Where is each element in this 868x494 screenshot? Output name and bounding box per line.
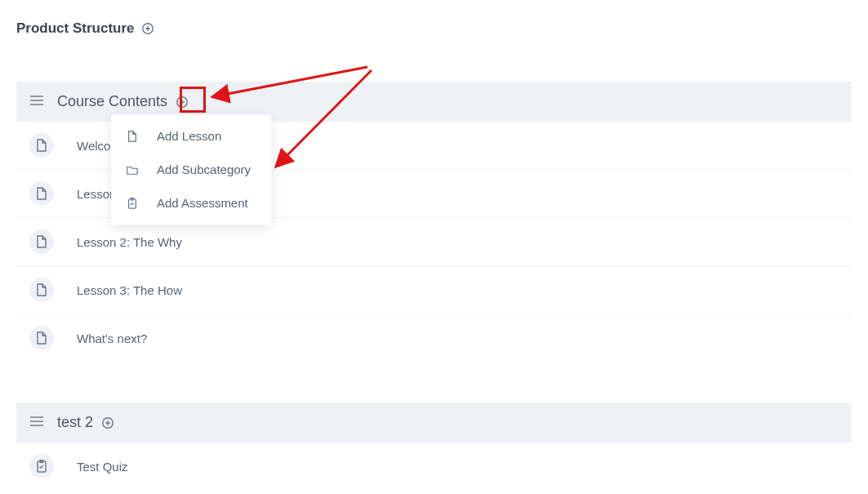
drag-handle-icon[interactable] xyxy=(29,95,44,109)
section-add-button[interactable] xyxy=(101,416,114,429)
page-icon xyxy=(29,133,54,158)
add-section-icon[interactable] xyxy=(141,22,154,35)
menu-item-label: Add Lesson xyxy=(157,129,221,143)
section-header[interactable]: test 2 xyxy=(16,403,852,443)
list-item[interactable]: Lesson 3: The How xyxy=(16,266,852,314)
page-icon xyxy=(29,278,54,302)
list-item[interactable]: What's next? xyxy=(16,314,852,362)
add-menu-popover: Add Lesson Add Subcategory Add Assessmen… xyxy=(111,114,271,225)
menu-item-label: Add Subcategory xyxy=(157,162,251,176)
page-icon xyxy=(29,229,54,254)
items-list: Test Quiz xyxy=(16,443,852,490)
section-test-2: test 2 Test Quiz xyxy=(16,403,852,490)
menu-item-label: Add Assessment xyxy=(157,196,248,210)
item-label: Lesson 2: The Why xyxy=(77,235,182,249)
section-title: test 2 xyxy=(57,414,93,431)
folder-icon xyxy=(126,164,139,176)
section-add-button[interactable] xyxy=(176,96,189,109)
add-subcategory-menu-item[interactable]: Add Subcategory xyxy=(111,153,271,186)
list-item[interactable]: Test Quiz xyxy=(16,443,852,490)
drag-handle-icon[interactable] xyxy=(29,416,44,430)
section-course-contents: Course Contents Welcome Lesson 1 Lesson … xyxy=(16,82,852,362)
item-label: Test Quiz xyxy=(77,460,128,474)
page-icon xyxy=(29,181,54,206)
add-lesson-menu-item[interactable]: Add Lesson xyxy=(111,119,271,153)
quiz-icon xyxy=(29,454,54,478)
add-assessment-menu-item[interactable]: Add Assessment xyxy=(111,186,271,220)
page-icon xyxy=(29,326,54,350)
assessment-icon xyxy=(126,198,139,209)
page-title-row: Product Structure xyxy=(16,20,852,37)
page-title: Product Structure xyxy=(16,20,135,37)
item-label: What's next? xyxy=(77,332,147,345)
list-item[interactable]: Lesson 2: The Why xyxy=(16,218,852,266)
page-icon xyxy=(126,131,139,142)
section-title: Course Contents xyxy=(57,93,167,110)
item-label: Lesson 3: The How xyxy=(77,283,182,297)
